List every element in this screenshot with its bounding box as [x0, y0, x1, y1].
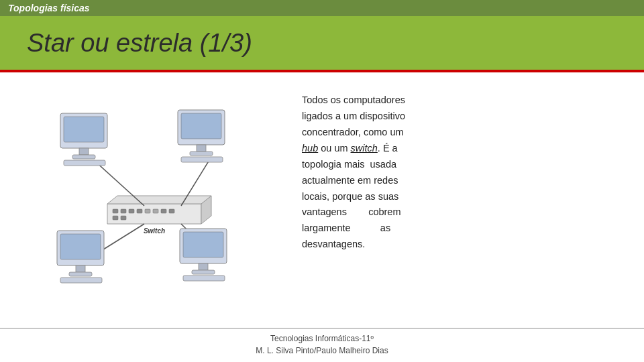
- footer-line1: Tecnologias Informáticas-11º: [0, 333, 644, 345]
- computer-top-left: [60, 113, 107, 166]
- svg-rect-25: [190, 152, 213, 156]
- svg-rect-4: [121, 209, 126, 213]
- svg-rect-18: [64, 117, 104, 142]
- computer-bottom-left: [57, 231, 104, 283]
- hub-word: hub: [302, 143, 318, 154]
- svg-rect-28: [60, 234, 101, 259]
- top-bar-title: Topologias físicas: [8, 3, 90, 13]
- text-area: Todos os computadores ligados a um dispo…: [302, 86, 617, 314]
- svg-rect-12: [121, 216, 126, 220]
- top-bar: Topologias físicas: [0, 0, 644, 16]
- network-diagram: Switch: [34, 100, 275, 301]
- svg-rect-23: [181, 113, 221, 139]
- slide-title: Star ou estrela (1/3): [27, 29, 252, 58]
- description-text: Todos os computadores ligados a um dispo…: [302, 93, 405, 253]
- footer-area: Tecnologias Informáticas-11º M. L. Silva…: [0, 328, 644, 362]
- svg-rect-34: [199, 263, 208, 270]
- svg-rect-24: [197, 145, 206, 152]
- svg-rect-6: [137, 209, 142, 213]
- computer-bottom-right: [180, 229, 227, 281]
- svg-rect-19: [79, 148, 89, 155]
- switch-label: Switch: [144, 227, 165, 235]
- svg-rect-7: [145, 209, 150, 213]
- svg-rect-3: [113, 209, 118, 213]
- svg-rect-8: [153, 209, 158, 213]
- computer-top-right: [178, 110, 225, 162]
- svg-rect-33: [183, 232, 223, 257]
- svg-rect-30: [69, 272, 92, 276]
- content-area: Switch: [0, 72, 644, 328]
- svg-rect-21: [64, 160, 105, 166]
- image-area: Switch: [27, 86, 282, 314]
- slide: Topologias físicas Star ou estrela (1/3): [0, 0, 644, 362]
- svg-rect-29: [76, 265, 85, 272]
- svg-rect-10: [169, 209, 174, 213]
- switch-word: switch: [351, 143, 378, 154]
- svg-marker-0: [107, 204, 201, 224]
- svg-rect-36: [183, 276, 225, 281]
- footer-line2: M. L. Silva Pinto/Paulo Malheiro Dias: [0, 345, 644, 357]
- svg-rect-31: [60, 278, 102, 283]
- svg-rect-26: [181, 157, 223, 162]
- svg-rect-11: [113, 216, 118, 220]
- svg-rect-35: [192, 270, 215, 274]
- svg-rect-9: [161, 209, 166, 213]
- svg-rect-20: [72, 155, 95, 159]
- svg-marker-2: [107, 196, 211, 204]
- title-area: Star ou estrela (1/3): [0, 16, 644, 70]
- svg-rect-5: [129, 209, 134, 213]
